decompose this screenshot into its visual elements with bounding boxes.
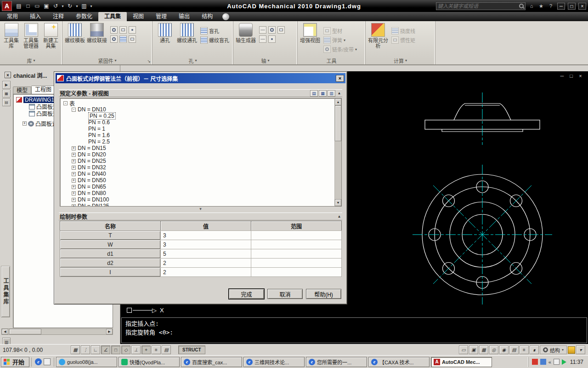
search-input[interactable] <box>438 3 519 9</box>
expand-node-icon[interactable]: + <box>72 166 76 170</box>
qat-customize-icon[interactable]: ▾ <box>89 2 93 10</box>
thread-template-button[interactable]: 螺纹模板 <box>64 23 85 43</box>
tree-node-dn40[interactable]: +DN = DN40 <box>62 171 334 177</box>
dyn-toggle[interactable]: + <box>141 345 151 354</box>
collapse-node-icon[interactable]: - <box>63 101 68 105</box>
cleanscreen-icon[interactable]: ▾ <box>576 345 585 354</box>
ortho-toggle[interactable]: ∟ <box>91 345 100 354</box>
undo-icon[interactable]: ↺ <box>51 2 60 10</box>
param-range[interactable] <box>251 240 342 249</box>
panel-label-calculation[interactable]: 计算 ▾ <box>366 57 435 64</box>
quickview-drawings-icon[interactable]: ▦ <box>479 345 488 354</box>
showmotion-icon[interactable]: ≡ <box>520 345 529 354</box>
panel-label-holes[interactable]: 孔 ▾ <box>153 57 233 64</box>
layout-icon[interactable]: ▣ <box>469 345 478 354</box>
model-space-icon[interactable]: ▭ <box>459 345 468 354</box>
clock[interactable]: 11:37 <box>570 359 583 365</box>
toolset-manager-button[interactable]: 工具集管理器 <box>22 23 40 49</box>
moment-of-inertia-button[interactable]: 惯性矩 <box>391 36 415 44</box>
collapse-node-icon[interactable]: - <box>72 108 76 112</box>
param-value[interactable]: 3 <box>160 240 251 249</box>
drawing-close-icon[interactable]: × <box>577 73 583 79</box>
key-icon[interactable] <box>277 26 285 34</box>
help-icon[interactable]: ? <box>547 3 554 9</box>
scroll-right-icon[interactable]: ▶ <box>106 329 113 334</box>
param-range[interactable] <box>251 230 342 240</box>
param-range[interactable] <box>251 258 342 268</box>
browser-close-icon[interactable]: × <box>5 72 11 78</box>
param-value[interactable]: 5 <box>160 249 251 259</box>
tree-node-dn100[interactable]: +DN = DN100 <box>62 196 334 203</box>
expand-node-icon[interactable]: + <box>72 185 76 189</box>
annotation-scale-icon[interactable]: ∎ <box>530 345 539 354</box>
collapse-section-icon[interactable]: ▲ <box>336 213 342 220</box>
snap-toggle[interactable]: ▦ <box>71 345 80 354</box>
osnap-toggle[interactable]: □ <box>111 345 120 354</box>
minimize-button[interactable]: ─ <box>557 3 565 10</box>
quickprops-toggle[interactable]: ▤ <box>162 345 171 354</box>
drawing-restore-icon[interactable]: □ <box>568 73 574 79</box>
cancel-button[interactable]: 取消 <box>267 289 303 299</box>
expand-node-icon[interactable]: + <box>72 159 76 163</box>
predefined-params-header[interactable]: 预定义参数 - 树视图 ▤ ▦ ▥ ▲ <box>59 89 342 97</box>
input-method-icon[interactable] <box>554 359 560 365</box>
favorites-star-icon[interactable]: ★ <box>537 3 545 9</box>
close-button[interactable]: × <box>578 3 586 10</box>
panes-icon[interactable]: ▦ <box>2 90 11 98</box>
springs-button[interactable]: 弹簧 ▾ <box>323 36 357 44</box>
param-range[interactable] <box>251 267 342 277</box>
tab-manage[interactable]: 管理 <box>150 12 173 21</box>
redo-icon[interactable]: ↻ <box>66 2 74 10</box>
help-button[interactable]: 帮助(H) <box>306 289 341 299</box>
threaded-blind-hole-button[interactable]: 螺纹盲孔 <box>200 36 229 44</box>
washer-icon[interactable] <box>110 26 118 34</box>
retaining-ring-icon[interactable] <box>268 35 276 43</box>
tab-toolsets[interactable]: 工具集 <box>98 12 127 21</box>
expand-node-icon[interactable]: + <box>72 146 76 150</box>
toolbar-lock-icon[interactable] <box>568 346 575 354</box>
tree-node-pn025[interactable]: PN = 0.25 <box>62 113 334 119</box>
expand-icon[interactable]: + <box>23 121 27 126</box>
tree-node-root[interactable]: -表 <box>62 100 334 106</box>
struct-button[interactable]: STRUCT <box>178 345 205 354</box>
task-guoluo08[interactable]: guoluo08(ja... <box>56 357 117 367</box>
view-panes-icon[interactable]: ▦ <box>319 90 327 97</box>
shaft-generator-button[interactable]: 轴生成器 <box>235 23 256 43</box>
param-range[interactable] <box>251 249 342 259</box>
panel-label-tools[interactable]: 工具 <box>298 57 365 64</box>
profiles-button[interactable]: 型材 <box>323 27 357 34</box>
predefined-params-tree[interactable]: -表 -DN = DN10 PN = 0.25 PN = 0.6 PN = 1 … <box>60 98 342 207</box>
pin-icon[interactable] <box>110 35 118 43</box>
view-list-icon[interactable]: ▥ <box>328 90 335 97</box>
nut-icon[interactable] <box>119 26 127 34</box>
tree-node-dn25[interactable]: +DN = DN25 <box>62 158 334 164</box>
tree-node-pn25[interactable]: PN = 2.5 <box>62 138 334 145</box>
grid-toggle[interactable]: ⋮ <box>81 345 90 354</box>
search-binoculars-icon[interactable] <box>519 4 524 8</box>
toolset-palette-tab[interactable]: 工具集库 <box>1 266 10 317</box>
tree-node-dn65[interactable]: +DN = DN65 <box>62 184 334 190</box>
open-file-icon[interactable]: ▭ <box>33 2 41 10</box>
expand-node-icon[interactable]: + <box>72 198 76 202</box>
panel-label-library[interactable]: 库 ▾ <box>0 57 62 64</box>
tab-structure[interactable]: 结构 <box>196 12 219 21</box>
task-qvod-player[interactable]: 快播(QvodPla... <box>119 357 180 367</box>
scroll-left-icon[interactable]: ◀ <box>2 329 8 334</box>
undo-dropdown-icon[interactable]: ▾ <box>61 2 65 10</box>
tab-drawing[interactable]: 工程图 <box>31 86 55 94</box>
view-grid-icon[interactable]: ▤ <box>310 90 318 97</box>
rivet-icon[interactable] <box>129 26 136 34</box>
pan-icon[interactable]: ◎ <box>489 345 498 354</box>
tray-app-icon[interactable] <box>540 359 546 365</box>
tab-home[interactable]: 常用 <box>1 12 24 21</box>
tab-output[interactable]: 输出 <box>173 12 196 21</box>
through-hole-button[interactable]: 通孔 <box>154 23 175 43</box>
tree-node-dn125[interactable]: +DN = DN125 <box>62 203 334 207</box>
autohide-icon[interactable]: ▶ <box>2 81 11 89</box>
expand-node-icon[interactable]: + <box>72 153 76 157</box>
tab-annotate[interactable]: 注释 <box>47 12 70 21</box>
tab-view[interactable]: 视图 <box>127 12 150 21</box>
save-file-icon[interactable]: ▣ <box>42 2 51 10</box>
lineweight-toggle[interactable]: ≡ <box>152 345 161 354</box>
polar-toggle[interactable]: ∠ <box>101 345 110 354</box>
